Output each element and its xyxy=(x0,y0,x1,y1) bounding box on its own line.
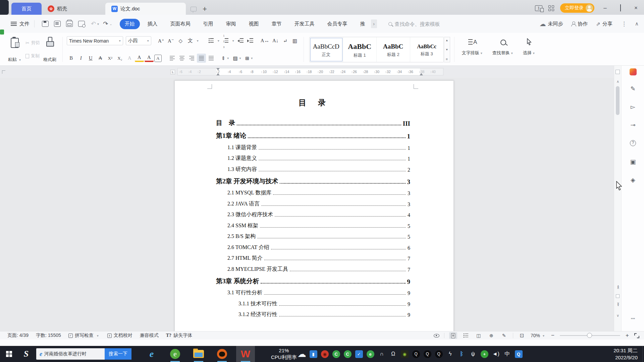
location-icon[interactable]: ◈ xyxy=(622,176,644,184)
select-arrow-icon[interactable]: ▻ xyxy=(622,103,644,111)
toc-entry[interactable]: 1.1 课题背景 1 xyxy=(216,140,410,151)
zoom-slider-knob[interactable] xyxy=(587,333,592,338)
hanging-indent-marker[interactable] xyxy=(216,73,220,75)
style-scroll-down-icon[interactable]: ▾ xyxy=(446,48,448,51)
paste-button[interactable]: 粘贴▾ xyxy=(6,36,24,63)
tray-icon[interactable]: ψ xyxy=(469,350,477,358)
tab-docer[interactable]: ✿ 稻壳 xyxy=(42,3,85,15)
tray-icon[interactable]: 中 xyxy=(503,350,511,358)
output-icon[interactable] xyxy=(54,21,61,27)
hamburger-icon[interactable] xyxy=(11,22,17,26)
tray-icon[interactable]: ◉ xyxy=(401,350,409,358)
read-mode-icon[interactable]: ◫ xyxy=(475,332,483,339)
font-style-button[interactable]: A xyxy=(135,54,144,62)
bullet-list-dropdown[interactable]: ▾ xyxy=(218,39,219,43)
tray-icon[interactable]: ◉ xyxy=(321,350,329,358)
cut-button[interactable]: ✂ 剪切 xyxy=(25,40,40,46)
font-style-button[interactable]: U xyxy=(86,54,95,63)
ribbon-tab[interactable]: 视图 xyxy=(244,19,264,29)
fullscreen-icon[interactable] xyxy=(634,333,639,338)
toc-entry[interactable]: 2.3 微信小程序技术 4 xyxy=(216,207,410,219)
style-preset[interactable]: AaBbC 标题 2 xyxy=(377,37,410,62)
edit-pen-icon[interactable]: ✎ xyxy=(622,85,644,93)
minimize-button[interactable]: – xyxy=(600,5,610,11)
ribbon-tab[interactable]: 引用 xyxy=(198,19,218,29)
toc-entry[interactable]: 2.4 SSM 框架 5 xyxy=(216,218,410,229)
tray-icon[interactable]: Q xyxy=(435,350,443,358)
align-center-button[interactable] xyxy=(177,54,186,63)
tray-icon[interactable]: Q xyxy=(412,350,420,358)
ribbon-tab[interactable]: 章节 xyxy=(267,19,287,29)
paragraph-tool-button[interactable]: A↔ xyxy=(260,36,270,45)
find-replace-button[interactable]: 查找替换▾ xyxy=(492,37,514,56)
paragraph-format-button[interactable]: ⊞▾ xyxy=(244,54,255,63)
tray-icon[interactable]: ᛒ xyxy=(458,350,466,358)
style-preset[interactable]: AaBbCc 标题 3 xyxy=(410,37,444,62)
tabs-overflow-button[interactable]: › xyxy=(371,19,377,28)
tab-home[interactable]: 首页 xyxy=(11,3,42,15)
text-layout-button[interactable]: A 文字排版▾ xyxy=(462,37,484,56)
scrollbar-thumb[interactable] xyxy=(616,86,620,115)
style-preset[interactable]: AaBbC 标题 1 xyxy=(343,37,377,62)
workspace-grid-icon[interactable] xyxy=(548,5,554,11)
font-size-select[interactable]: 小四 ▾ xyxy=(126,36,151,45)
command-search-input[interactable] xyxy=(395,21,462,27)
toc-entry[interactable]: 2.7 HTML 简介 7 xyxy=(216,251,410,262)
browse-object-button[interactable] xyxy=(616,294,620,298)
font-tool-button[interactable]: 文 xyxy=(186,36,195,45)
tray-icon[interactable]: ▮ xyxy=(310,350,317,358)
font-style-button[interactable]: X² xyxy=(106,54,115,63)
sync-status[interactable]: ☁ 未同步 xyxy=(540,21,563,27)
first-line-indent-marker[interactable] xyxy=(216,68,220,70)
taskbar-search-box[interactable]: e 河南婚俗改革进行时 搜索一下 xyxy=(36,348,131,360)
toc-entry[interactable]: 2.8 MYECLIPSE 开发工具 7 xyxy=(216,262,410,273)
proofread-button[interactable]: x 文档校对 xyxy=(107,333,132,339)
tab-preview-icon[interactable] xyxy=(191,7,197,11)
undo-dropdown[interactable]: ▾ xyxy=(97,22,99,26)
toc-entry[interactable]: 2.2 JAVA 语言 3 xyxy=(216,196,410,207)
toc-entry[interactable]: 3.1.2 经济可行性 9 xyxy=(216,307,410,318)
font-style-button[interactable]: X₂ xyxy=(115,54,124,63)
ribbon-tab[interactable]: 推 xyxy=(355,19,370,29)
quickbar-more-icon[interactable]: ⌄ xyxy=(109,22,112,26)
redo-icon[interactable]: ↷ xyxy=(103,20,108,27)
fit-page-icon[interactable]: ⊡ xyxy=(518,332,526,339)
toc-entry[interactable]: 3.1.1 技术可行性 9 xyxy=(216,296,410,307)
word-count[interactable]: 字数: 15505 xyxy=(36,333,61,339)
select-tool-button[interactable]: 选择▾ xyxy=(523,37,536,56)
justify-button[interactable] xyxy=(197,54,206,63)
toc-entry[interactable]: 2.5 B/S 架构 5 xyxy=(216,229,410,240)
font-name-select[interactable]: Times New Roman ▾ xyxy=(67,36,123,45)
dock-app-icon[interactable] xyxy=(213,346,231,362)
font-style-button[interactable]: A xyxy=(154,55,162,62)
previous-page-button[interactable]: ∧∧ xyxy=(615,285,621,289)
collaborate-button[interactable]: 协作 xyxy=(571,21,588,27)
toc-entry[interactable]: 1.2 课题意义 1 xyxy=(216,151,410,162)
bullet-list-button[interactable] xyxy=(207,36,216,45)
more-menu-icon[interactable]: ⋮ xyxy=(621,20,627,27)
style-scroll-up-icon[interactable]: ▴ xyxy=(446,38,448,42)
toc-entry[interactable]: 2.6 TOMCAT 介绍 6 xyxy=(216,240,410,251)
ink-icon[interactable]: ✎ xyxy=(500,332,508,339)
toc-entry[interactable]: 目 录 III xyxy=(216,116,410,127)
distribute-button[interactable] xyxy=(207,54,216,63)
zoom-in-button[interactable]: + xyxy=(625,332,630,339)
taskbar-search-button[interactable]: 搜索一下 xyxy=(105,348,131,360)
ruler-toggle-icon[interactable] xyxy=(615,70,620,74)
toc-entry[interactable]: 第2章 开发环境与技术 3 xyxy=(216,174,410,186)
tray-icon[interactable]: + xyxy=(481,350,488,358)
dock-app-icon[interactable]: e xyxy=(166,346,184,362)
tab-selector[interactable]: L xyxy=(170,70,175,74)
font-style-button[interactable]: A xyxy=(96,54,105,63)
weather-cloud-icon[interactable]: ☁ xyxy=(298,350,306,358)
font-style-button[interactable]: A xyxy=(145,54,154,62)
numbered-list-button[interactable] xyxy=(221,36,230,45)
adjust-icon[interactable]: ⊸ xyxy=(622,121,644,129)
ribbon-tab[interactable]: 会员专享 xyxy=(322,19,353,29)
tray-icon[interactable]: C xyxy=(332,350,340,358)
start-button[interactable] xyxy=(0,346,18,362)
font-style-button[interactable]: B xyxy=(67,54,76,63)
more-dots-icon[interactable]: ••• xyxy=(622,316,644,321)
page-indicator[interactable]: 页面: 4/39 xyxy=(7,333,29,339)
copy-button[interactable]: 复制 xyxy=(25,53,40,59)
